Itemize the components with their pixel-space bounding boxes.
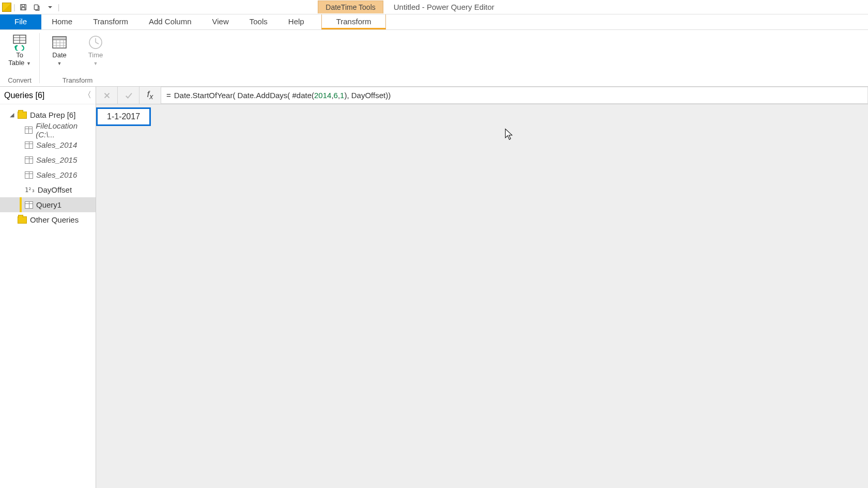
data-surface[interactable]: 1-1-2017 <box>96 104 868 488</box>
app-icon <box>2 3 11 12</box>
qat-dropdown-icon[interactable] <box>44 2 56 12</box>
date-label: Date▼ <box>52 52 66 67</box>
confirm-formula-button[interactable] <box>118 87 140 104</box>
chevron-down-icon: ▼ <box>26 61 31 66</box>
content-pane: fx = Date.StartOfYear( Date.AddDays( #da… <box>96 87 868 488</box>
tree-item-dayoffset[interactable]: 1²₃ DayOffset <box>0 182 96 197</box>
formula-bar: fx = Date.StartOfYear( Date.AddDays( #da… <box>96 87 868 104</box>
table-icon <box>25 127 33 134</box>
tree-item-filelocation[interactable]: FileLocation (C:\... <box>0 122 96 137</box>
save-icon[interactable] <box>18 2 29 12</box>
tab-home[interactable]: Home <box>41 14 83 29</box>
ribbon-group-transform-label: Transform <box>63 76 93 85</box>
queries-pane: Queries [6] 〈 ◢ Data Prep [6] FileLocati… <box>0 87 96 488</box>
clock-icon <box>86 34 105 51</box>
svg-line-17 <box>96 42 99 44</box>
undo-icon[interactable] <box>31 2 42 12</box>
ribbon-body: To Table ▼ Convert Date▼ Time▼ Transform <box>0 30 868 87</box>
queries-header: Queries [6] 〈 <box>0 87 96 104</box>
tab-tools[interactable]: Tools <box>239 14 278 29</box>
fx-button[interactable]: fx <box>140 87 161 104</box>
collapse-icon[interactable]: ◢ <box>9 112 14 118</box>
tab-context-transform[interactable]: Transform <box>321 14 386 29</box>
formula-number: 1 <box>340 91 344 100</box>
tree-item-query1[interactable]: Query1 <box>0 197 96 212</box>
table-icon <box>25 201 33 209</box>
queries-tree: ◢ Data Prep [6] FileLocation (C:\... Sal… <box>0 104 96 227</box>
ribbon-tab-row: File Home Transform Add Column View Tool… <box>0 14 868 30</box>
formula-text: Date.StartOfYear( Date.AddDays( #date( <box>174 91 314 100</box>
tree-group-label: Data Prep [6] <box>30 111 75 119</box>
formula-equals: = <box>166 91 171 100</box>
formula-number: 2014 <box>314 91 331 100</box>
ribbon-group-transform: Date▼ Time▼ Transform <box>40 30 115 86</box>
to-table-label: To Table ▼ <box>8 52 31 67</box>
tab-add-column[interactable]: Add Column <box>138 14 202 29</box>
number-icon: 1²₃ <box>25 186 35 194</box>
tree-item-label: Query1 <box>36 200 61 209</box>
ribbon-group-convert: To Table ▼ Convert <box>0 30 39 86</box>
contextual-tools-label: DateTime Tools <box>318 1 383 13</box>
calendar-icon <box>50 34 69 51</box>
tree-item-label: Sales_2015 <box>36 155 77 164</box>
tree-group-data-prep[interactable]: ◢ Data Prep [6] <box>0 107 96 122</box>
main-area: Queries [6] 〈 ◢ Data Prep [6] FileLocati… <box>0 87 868 488</box>
svg-rect-2 <box>21 7 25 10</box>
qat-separator-2: | <box>58 3 60 11</box>
table-icon <box>25 156 33 164</box>
tab-transform[interactable]: Transform <box>83 14 138 29</box>
formula-input[interactable]: = Date.StartOfYear( Date.AddDays( #date(… <box>161 87 868 104</box>
tree-item-label: Sales_2014 <box>36 140 77 149</box>
formula-text: ), DayOffset)) <box>344 91 391 100</box>
mouse-cursor-icon <box>504 128 514 140</box>
tree-group-other-queries[interactable]: Other Queries <box>0 212 96 227</box>
time-button[interactable]: Time▼ <box>80 32 111 76</box>
tab-view[interactable]: View <box>202 14 239 29</box>
to-table-icon <box>10 34 29 51</box>
tree-item-sales-2016[interactable]: Sales_2016 <box>0 167 96 182</box>
tree-item-sales-2014[interactable]: Sales_2014 <box>0 137 96 152</box>
date-button[interactable]: Date▼ <box>44 32 75 76</box>
folder-icon <box>18 216 27 224</box>
cancel-formula-button[interactable] <box>96 87 118 104</box>
title-bar: | | DateTime Tools Untitled - Power Quer… <box>0 0 868 14</box>
time-label: Time▼ <box>88 52 103 67</box>
chevron-down-icon: ▼ <box>57 61 62 66</box>
collapse-pane-icon[interactable]: 〈 <box>83 90 91 101</box>
svg-rect-3 <box>34 5 38 9</box>
fx-icon: fx <box>147 89 153 101</box>
svg-rect-9 <box>53 37 66 40</box>
tree-item-label: FileLocation (C:\... <box>36 121 96 139</box>
table-icon <box>25 171 33 179</box>
formula-number: 6 <box>334 91 338 100</box>
tree-item-label: Sales_2016 <box>36 170 77 179</box>
quick-access-toolbar: | | <box>0 2 59 12</box>
ribbon-group-convert-label: Convert <box>8 76 32 85</box>
tree-group-label: Other Queries <box>30 215 79 224</box>
tab-file[interactable]: File <box>0 14 41 29</box>
folder-icon <box>18 112 27 119</box>
document-title: Untitled - Power Query Editor <box>394 3 494 11</box>
queries-title: Queries [6] <box>4 91 44 100</box>
table-icon <box>25 141 33 149</box>
tree-item-sales-2015[interactable]: Sales_2015 <box>0 152 96 167</box>
qat-separator: | <box>13 3 16 11</box>
tab-help[interactable]: Help <box>278 14 315 29</box>
result-value-cell[interactable]: 1-1-2017 <box>96 107 151 126</box>
svg-rect-1 <box>22 4 24 6</box>
chevron-down-icon: ▼ <box>94 61 98 66</box>
tree-item-label: DayOffset <box>38 185 72 194</box>
to-table-button[interactable]: To Table ▼ <box>4 32 35 76</box>
